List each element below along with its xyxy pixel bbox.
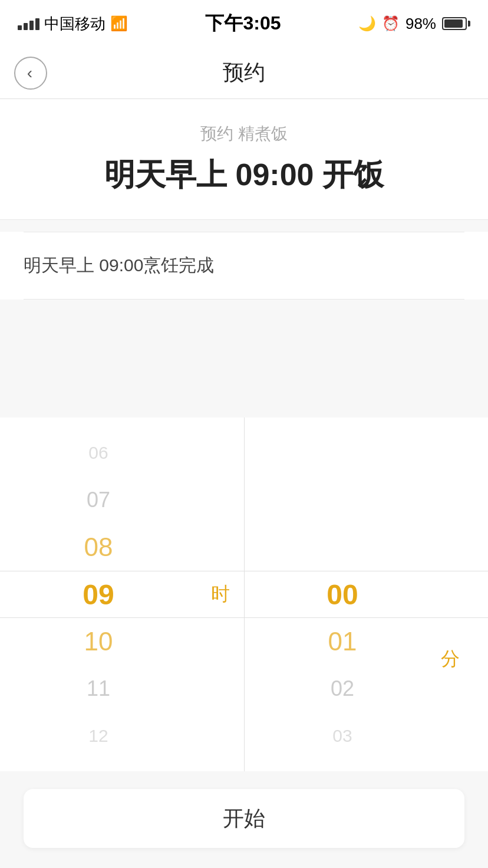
hour-item-07[interactable]: 07	[0, 476, 197, 524]
hour-item-10[interactable]: 10	[0, 618, 197, 665]
battery-icon	[442, 17, 470, 30]
hour-item-09-selected[interactable]: 09	[0, 571, 197, 618]
back-arrow-icon: ‹	[27, 65, 32, 81]
hour-item-08[interactable]: 08	[0, 524, 197, 571]
hour-item-12[interactable]: 12	[0, 712, 197, 760]
hour-item-06[interactable]: 06	[0, 429, 197, 476]
minute-picker-half[interactable]: 00 01 02 03 分	[244, 417, 488, 771]
content-area: 预约 精煮饭 明天早上 09:00 开饭 明天早上 09:00烹饪完成 06 0…	[0, 99, 488, 868]
page-title: 预约	[223, 58, 265, 87]
minute-item-03[interactable]: 03	[244, 712, 441, 760]
hour-column[interactable]: 06 07 08 09 10 11 12	[0, 417, 197, 771]
minute-unit-label: 分	[441, 646, 460, 672]
minute-column[interactable]: 00 01 02 03	[244, 417, 441, 771]
time-picker[interactable]: 06 07 08 09 10 11 12 时	[0, 417, 488, 771]
status-time: 下午3:05	[205, 11, 281, 37]
minute-item-01[interactable]: 01	[244, 618, 441, 665]
minute-item-00-selected[interactable]: 00	[244, 571, 441, 618]
wifi-icon: 📶	[110, 15, 128, 32]
status-bar: 中国移动 📶 下午3:05 🌙 ⏰ 98%	[0, 0, 488, 47]
cooking-info-row: 明天早上 09:00烹饪完成	[0, 232, 488, 299]
reservation-subtitle: 预约 精煮饭	[24, 123, 464, 145]
alarm-icon: ⏰	[382, 15, 400, 32]
status-left: 中国移动 📶	[18, 14, 128, 34]
header-card: 预约 精煮饭 明天早上 09:00 开饭	[0, 99, 488, 220]
spacer	[0, 300, 488, 417]
minute-label-col: 分	[441, 417, 488, 771]
hour-label-col: 时	[197, 417, 244, 771]
minute-item-02[interactable]: 02	[244, 665, 441, 712]
picker-separator	[244, 417, 245, 771]
info-section: 明天早上 09:00烹饪完成	[0, 232, 488, 300]
moon-icon: 🌙	[358, 15, 376, 32]
hour-item-11[interactable]: 11	[0, 665, 197, 712]
battery-percent: 98%	[405, 15, 436, 33]
reservation-main-title: 明天早上 09:00 开饭	[24, 154, 464, 196]
carrier-label: 中国移动	[44, 14, 105, 34]
status-right: 🌙 ⏰ 98%	[358, 15, 470, 33]
nav-bar: ‹ 预约	[0, 47, 488, 99]
hour-picker-half[interactable]: 06 07 08 09 10 11 12 时	[0, 417, 244, 771]
start-button[interactable]: 开始	[24, 789, 464, 848]
bottom-area: 开始	[0, 771, 488, 868]
back-button[interactable]: ‹	[14, 57, 47, 90]
hour-unit-label: 时	[211, 581, 230, 607]
signal-icon	[18, 17, 39, 30]
